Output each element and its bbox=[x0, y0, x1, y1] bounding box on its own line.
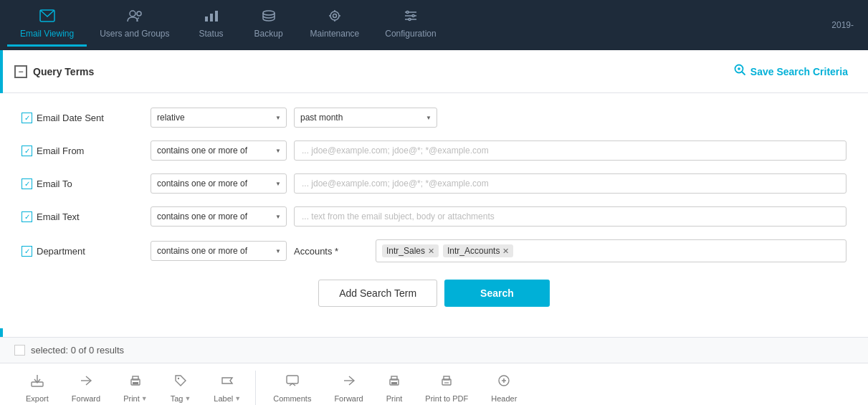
email-to-operator[interactable]: contains one or more of contains all of … bbox=[151, 173, 287, 194]
toolbar-label[interactable]: Label ▼ bbox=[202, 371, 256, 405]
tags-area[interactable]: Intr_Sales ✕ Intr_Accounts ✕ bbox=[376, 239, 846, 262]
email-date-sent-checkbox[interactable] bbox=[22, 113, 32, 123]
email-text-operator[interactable]: contains one or more of contains all of … bbox=[151, 206, 287, 227]
tag-intr-sales[interactable]: Intr_Sales ✕ bbox=[382, 244, 439, 257]
email-to-checkbox[interactable] bbox=[22, 178, 32, 189]
svg-rect-5 bbox=[215, 11, 218, 22]
top-nav: Email Viewing Users and Groups Status bbox=[0, 0, 868, 50]
svg-rect-31 bbox=[133, 382, 138, 384]
email-from-row: Email From contains one or more of conta… bbox=[22, 140, 846, 161]
bottom-bar: selected: 0 of 0 results bbox=[0, 337, 868, 363]
department-row: Department contains one or more of conta… bbox=[22, 239, 846, 262]
toolbar-export-label: Export bbox=[26, 394, 49, 403]
nav-configuration[interactable]: Configuration bbox=[372, 4, 449, 47]
toolbar-print2[interactable]: Print bbox=[375, 371, 414, 405]
print-dropdown-arrow: ▼ bbox=[141, 395, 148, 402]
label-dropdown-arrow: ▼ bbox=[234, 395, 241, 402]
email-from-label: Email From bbox=[22, 146, 151, 156]
department-operator[interactable]: contains one or more of contains all of … bbox=[151, 241, 287, 261]
email-to-input[interactable] bbox=[294, 173, 846, 194]
nav-backup[interactable]: Backup bbox=[240, 4, 297, 47]
toolbar-forward[interactable]: Forward bbox=[60, 371, 112, 405]
status-icon bbox=[204, 9, 219, 26]
email-text-input[interactable] bbox=[294, 206, 846, 227]
svg-point-15 bbox=[406, 11, 409, 14]
add-search-term-button[interactable]: Add Search Term bbox=[318, 280, 437, 307]
tag-intr-accounts[interactable]: Intr_Accounts ✕ bbox=[443, 244, 513, 257]
email-date-sent-operator-wrapper: relative is is before is after is betwee… bbox=[151, 108, 287, 128]
email-date-sent-row: Email Date Sent relative is is before is… bbox=[22, 108, 846, 128]
tag-intr-sales-label: Intr_Sales bbox=[386, 246, 425, 256]
svg-rect-37 bbox=[391, 382, 397, 384]
nav-email-viewing[interactable]: Email Viewing bbox=[7, 4, 87, 47]
maintenance-icon bbox=[327, 9, 343, 26]
save-search-button[interactable]: Save Search Criteria bbox=[728, 60, 854, 82]
svg-point-7 bbox=[330, 11, 339, 20]
toolbar-print-pdf[interactable]: Print to PDF bbox=[414, 371, 480, 405]
svg-point-21 bbox=[409, 19, 411, 21]
select-all-checkbox[interactable] bbox=[14, 345, 25, 356]
nav-users-groups-label: Users and Groups bbox=[100, 29, 169, 39]
nav-status[interactable]: Status bbox=[183, 4, 240, 47]
query-terms-header: − Query Terms Save Search Criteria bbox=[0, 50, 868, 93]
department-operator-wrapper: contains one or more of contains all of … bbox=[151, 241, 287, 261]
date-value-select[interactable]: past month past week past year today bbox=[294, 108, 437, 128]
header-icon bbox=[497, 373, 511, 391]
email-date-sent-operator[interactable]: relative is is before is after is betwee… bbox=[151, 108, 287, 128]
accounts-label: Accounts * bbox=[294, 246, 366, 257]
email-from-operator[interactable]: contains one or more of contains all of … bbox=[151, 140, 287, 161]
tag-intr-accounts-close[interactable]: ✕ bbox=[502, 247, 509, 256]
email-icon bbox=[39, 9, 55, 26]
forward2-icon bbox=[342, 373, 356, 391]
email-from-operator-wrapper: contains one or more of contains all of … bbox=[151, 140, 287, 161]
toolbar-print[interactable]: Print ▼ bbox=[112, 371, 159, 405]
email-from-checkbox[interactable] bbox=[22, 146, 32, 156]
toolbar-print-pdf-label: Print to PDF bbox=[425, 394, 468, 403]
nav-users-groups[interactable]: Users and Groups bbox=[87, 4, 182, 47]
print2-icon bbox=[387, 373, 401, 391]
toolbar: Export Forward Print ▼ bbox=[0, 363, 868, 405]
form-area: Email Date Sent relative is is before is… bbox=[0, 93, 868, 328]
users-icon bbox=[127, 9, 143, 26]
toolbar-tag[interactable]: Tag ▼ bbox=[159, 371, 203, 405]
export-icon bbox=[30, 373, 44, 391]
print-icon bbox=[128, 373, 143, 391]
email-to-operator-wrapper: contains one or more of contains all of … bbox=[151, 173, 287, 194]
nav-maintenance[interactable]: Maintenance bbox=[297, 4, 373, 47]
save-search-label: Save Search Criteria bbox=[750, 66, 848, 77]
toolbar-print-label: Print bbox=[123, 394, 140, 403]
toolbar-header[interactable]: Header bbox=[480, 371, 528, 405]
date-selects: past month past week past year today bbox=[294, 108, 846, 128]
collapse-icon[interactable]: − bbox=[14, 65, 27, 78]
email-from-input[interactable] bbox=[294, 140, 846, 161]
nav-backup-label: Backup bbox=[254, 29, 283, 39]
svg-point-32 bbox=[178, 378, 179, 379]
query-terms-title: − Query Terms bbox=[14, 65, 94, 78]
config-icon bbox=[403, 9, 419, 26]
toolbar-forward2[interactable]: Forward bbox=[323, 371, 374, 405]
svg-line-23 bbox=[742, 72, 745, 75]
nav-maintenance-label: Maintenance bbox=[310, 29, 360, 39]
save-search-icon bbox=[733, 63, 746, 80]
toolbar-comments[interactable]: Comments bbox=[262, 371, 323, 405]
toolbar-forward2-label: Forward bbox=[334, 394, 363, 403]
toolbar-export[interactable]: Export bbox=[14, 371, 60, 405]
tag-dropdown-arrow: ▼ bbox=[184, 395, 191, 402]
svg-point-1 bbox=[130, 11, 135, 16]
query-terms-label: Query Terms bbox=[33, 66, 94, 77]
email-text-checkbox[interactable] bbox=[22, 211, 32, 222]
nav-status-label: Status bbox=[199, 29, 224, 39]
toolbar-print2-label: Print bbox=[386, 394, 403, 403]
email-text-operator-wrapper: contains one or more of contains all of … bbox=[151, 206, 287, 227]
department-checkbox[interactable] bbox=[22, 246, 32, 257]
toolbar-tag-label: Tag bbox=[171, 394, 183, 403]
tag-intr-accounts-label: Intr_Accounts bbox=[447, 246, 500, 256]
comments-icon bbox=[285, 373, 300, 391]
email-to-label: Email To bbox=[22, 178, 151, 189]
email-text-row: Email Text contains one or more of conta… bbox=[22, 206, 846, 227]
toolbar-header-label: Header bbox=[491, 394, 517, 403]
tag-intr-sales-close[interactable]: ✕ bbox=[428, 247, 434, 256]
toolbar-tag-label-group: Tag ▼ bbox=[171, 394, 191, 403]
search-button[interactable]: Search bbox=[444, 280, 550, 307]
toolbar-forward-label: Forward bbox=[72, 394, 100, 403]
